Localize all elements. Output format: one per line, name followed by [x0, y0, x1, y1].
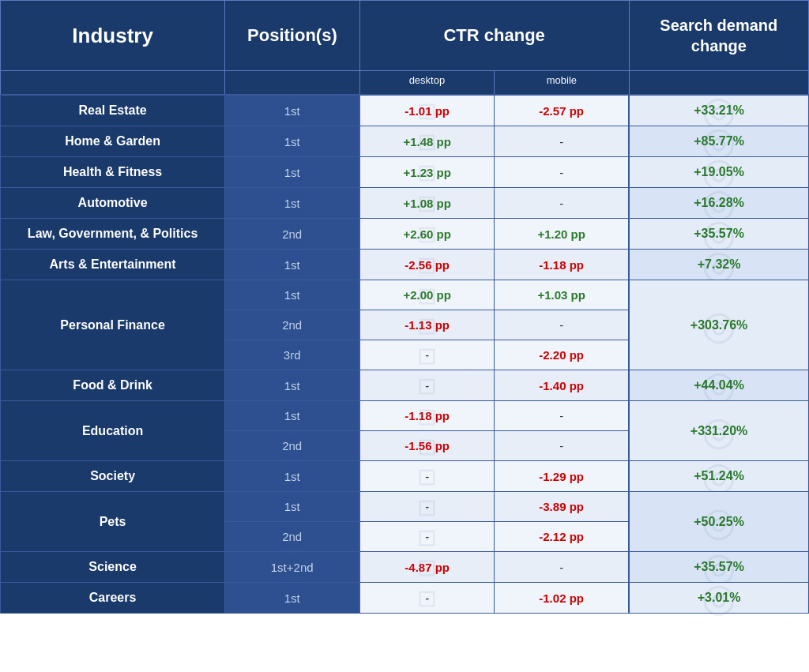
table-row: Food & Drink1st⊞-⊡-1.40 pp+44.04%◎	[1, 370, 809, 401]
position-cell: 1st⊞	[225, 126, 359, 157]
ctr-desktop-cell: -⊡	[359, 492, 494, 522]
position-cell: 3rd⊞	[225, 340, 359, 370]
table-row: Automotive1st⊞+1.08 pp⊡-+16.28%◎	[1, 188, 809, 219]
data-table: Industry Position(s) CTR change Search d…	[0, 0, 809, 614]
mobile-header: mobile	[495, 71, 629, 96]
ctr-mobile-cell: +1.03 pp	[495, 280, 629, 310]
ctr-desktop-cell: -⊡	[359, 583, 494, 614]
ctr-desktop-cell: +1.48 pp⊡	[359, 126, 494, 157]
position-cell: 1st⊞	[225, 250, 359, 280]
ctr-mobile-cell: -2.12 pp	[495, 522, 629, 552]
ctr-mobile-cell: -	[495, 126, 629, 157]
industry-cell: Science	[1, 552, 225, 583]
demand-cell: +50.25%◎	[629, 492, 808, 552]
table-row: Education1st⊞-1.18 pp⊡-+331.20%◎	[1, 401, 809, 431]
demand-cell: +3.01%◎	[629, 583, 808, 614]
industry-cell: Arts & Entertainment	[1, 250, 225, 280]
demand-cell: +44.04%◎	[629, 370, 808, 401]
ctr-desktop-cell: +2.00 pp⊡	[359, 280, 494, 310]
ctr-mobile-cell: -	[495, 552, 629, 583]
position-sub-header	[225, 71, 359, 96]
ctr-mobile-cell: -1.02 pp	[495, 583, 629, 614]
table-row: Society1st⊞-⊡-1.29 pp+51.24%◎	[1, 461, 809, 492]
desktop-header: desktop	[359, 71, 494, 96]
industry-header: Industry	[1, 1, 225, 71]
table-row: Health & Fitness1st⊞+1.23 pp⊡-+19.05%◎	[1, 157, 809, 188]
position-cell: 1st⊞	[225, 492, 359, 522]
position-cell: 2nd⊞	[225, 522, 359, 552]
position-cell: 1st⊞	[225, 401, 359, 431]
industry-cell: Food & Drink	[1, 370, 225, 401]
position-cell: 1st⊞	[225, 95, 359, 126]
ctr-desktop-cell: -2.56 pp⊡	[359, 250, 494, 280]
position-cell: 1st⊞	[225, 280, 359, 310]
demand-cell: +19.05%◎	[629, 157, 808, 188]
demand-cell: +303.76%◎	[629, 280, 808, 370]
ctr-desktop-cell: -1.56 pp⊡	[359, 431, 494, 461]
ctr-desktop-cell: +2.60 pp⊡	[359, 219, 494, 250]
ctr-desktop-cell: -⊡	[359, 340, 494, 370]
industry-cell: Society	[1, 461, 225, 492]
industry-cell: Automotive	[1, 188, 225, 219]
demand-cell: +7.32%◎	[629, 250, 808, 280]
table-row: Arts & Entertainment1st⊞-2.56 pp⊡-1.18 p…	[1, 250, 809, 280]
ctr-desktop-cell: -⊡	[359, 522, 494, 552]
position-cell: 1st⊞	[225, 583, 359, 614]
industry-cell: Law, Government, & Politics	[1, 219, 225, 250]
table-row: Home & Garden1st⊞+1.48 pp⊡-+85.77%◎	[1, 126, 809, 157]
ctr-mobile-cell: -3.89 pp	[495, 492, 629, 522]
position-cell: 1st+2nd⊞	[225, 552, 359, 583]
ctr-mobile-cell: -	[495, 157, 629, 188]
ctr-desktop-cell: -1.13 pp⊡	[359, 310, 494, 340]
demand-cell: +33.21%◎	[629, 95, 808, 126]
industry-cell: Real Estate	[1, 95, 225, 126]
demand-cell: +35.57%◎	[629, 552, 808, 583]
ctr-desktop-cell: -4.87 pp⊡	[359, 552, 494, 583]
position-cell: 2nd⊞	[225, 219, 359, 250]
ctr-mobile-cell: -2.20 pp	[495, 340, 629, 370]
ctr-mobile-cell: -	[495, 431, 629, 461]
demand-cell: +35.57%◎	[629, 219, 808, 250]
table-row: Law, Government, & Politics2nd⊞+2.60 pp⊡…	[1, 219, 809, 250]
table-row: Science1st+2nd⊞-4.87 pp⊡-+35.57%◎	[1, 552, 809, 583]
demand-cell: +16.28%◎	[629, 188, 808, 219]
demand-cell: +51.24%◎	[629, 461, 808, 492]
ctr-desktop-cell: +1.23 pp⊡	[359, 157, 494, 188]
ctr-mobile-cell: -2.57 pp	[495, 95, 629, 126]
industry-cell: Home & Garden	[1, 126, 225, 157]
ctr-mobile-cell: -1.40 pp	[495, 370, 629, 401]
ctr-mobile-cell: -1.29 pp	[495, 461, 629, 492]
main-wrapper: Industry Position(s) CTR change Search d…	[0, 0, 809, 672]
industry-cell: Personal Finance	[1, 280, 225, 370]
demand-header: Search demand change	[629, 1, 808, 71]
position-cell: 2nd⊞	[225, 431, 359, 461]
industry-cell: Education	[1, 401, 225, 461]
ctr-mobile-cell: +1.20 pp	[495, 219, 629, 250]
ctr-mobile-cell: -	[495, 310, 629, 340]
ctr-header: CTR change	[359, 1, 629, 71]
position-cell: 1st⊞	[225, 370, 359, 401]
table-row: Real Estate1st⊞-1.01 pp⊡-2.57 pp+33.21%◎	[1, 95, 809, 126]
demand-sub-header	[629, 71, 808, 96]
table-row: Careers1st⊞-⊡-1.02 pp+3.01%◎	[1, 583, 809, 614]
position-cell: 2nd⊞	[225, 310, 359, 340]
position-header: Position(s)	[225, 1, 359, 71]
ctr-mobile-cell: -	[495, 401, 629, 431]
ctr-mobile-cell: -	[495, 188, 629, 219]
industry-sub-header	[1, 71, 225, 96]
ctr-desktop-cell: -⊡	[359, 370, 494, 401]
ctr-mobile-cell: -1.18 pp	[495, 250, 629, 280]
industry-cell: Pets	[1, 492, 225, 552]
industry-cell: Health & Fitness	[1, 157, 225, 188]
position-cell: 1st⊞	[225, 188, 359, 219]
position-cell: 1st⊞	[225, 157, 359, 188]
industry-cell: Careers	[1, 583, 225, 614]
ctr-desktop-cell: -⊡	[359, 461, 494, 492]
ctr-desktop-cell: -1.01 pp⊡	[359, 95, 494, 126]
ctr-desktop-cell: +1.08 pp⊡	[359, 188, 494, 219]
position-cell: 1st⊞	[225, 461, 359, 492]
table-row: Personal Finance1st⊞+2.00 pp⊡+1.03 pp+30…	[1, 280, 809, 310]
table-row: Pets1st⊞-⊡-3.89 pp+50.25%◎	[1, 492, 809, 522]
demand-cell: +331.20%◎	[629, 401, 808, 461]
demand-cell: +85.77%◎	[629, 126, 808, 157]
